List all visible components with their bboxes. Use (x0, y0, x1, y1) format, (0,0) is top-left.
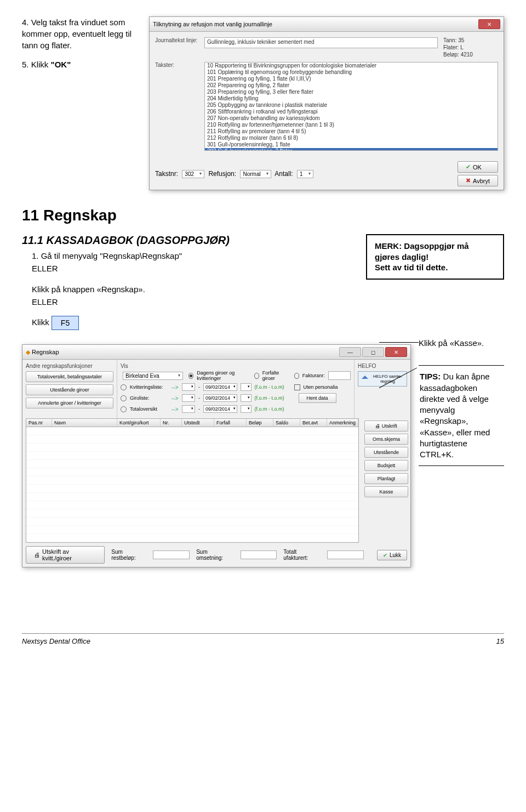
col-navn[interactable]: Navn (52, 419, 117, 427)
section-11-1-title: 11.1 KASSADAGBOK (DAGSOPPGJØR) (22, 234, 355, 247)
radio-dagens[interactable] (188, 373, 193, 379)
takster-item[interactable]: 212 Rotfylling av molarer (tann 6 til 8) (205, 135, 498, 141)
fakturanr-input[interactable] (328, 371, 351, 380)
table-body[interactable] (26, 427, 358, 542)
budsjett-button[interactable]: Budsjett (364, 460, 408, 471)
takster-item[interactable]: 301 Gull-/porselensinnlegg, 1 flate (205, 141, 498, 148)
flater-label: Flater: (443, 44, 459, 50)
uten-pers-checkbox[interactable] (294, 384, 300, 390)
col-forfall[interactable]: Forfall (214, 419, 247, 427)
takster-list[interactable]: 10 Rapportering til Bivirkningsgruppen f… (204, 62, 498, 151)
radio-kvitt[interactable] (121, 384, 127, 390)
kasse-button[interactable]: Kasse (364, 486, 408, 497)
fom-label: (f.o.m - t.o.m) (255, 384, 284, 390)
date-from[interactable] (182, 383, 196, 391)
col-pasnr[interactable]: Pas.nr (26, 419, 52, 427)
footer-left: Nextsys Dental Office (22, 637, 90, 645)
takster-item[interactable]: 10 Rapportering til Bivirkningsgruppen f… (205, 63, 498, 69)
hent-data-button[interactable]: Hent data (299, 393, 336, 403)
col-belop[interactable]: Beløp (247, 419, 273, 427)
kvitt-label: Kvitteringsliste: (130, 384, 168, 390)
ok-button[interactable]: ✔OK (458, 161, 498, 173)
date-from[interactable] (182, 394, 196, 402)
fom-label: (f.o.m - t.o.m) (255, 406, 284, 412)
helfo-button[interactable]: HELFO samle-regning (358, 371, 407, 387)
col-anm[interactable]: Anmerkning (327, 419, 358, 427)
radio-giro[interactable] (121, 395, 127, 401)
body1-num: 1. (32, 251, 39, 260)
antall-select[interactable]: 1 (297, 170, 313, 178)
takstnr-label: Takstnr: (155, 170, 178, 178)
date-from[interactable] (182, 405, 196, 413)
fom-label: (f.o.m - t.o.m) (255, 395, 284, 401)
radio-total[interactable] (121, 406, 127, 412)
totaloversikt-button[interactable]: Totaloversikt, betalingsavtaler (26, 371, 113, 382)
vis-header: Vis (121, 363, 351, 369)
step4-num: 4. (22, 18, 29, 27)
step5-num: 5. (22, 60, 29, 69)
col-kont[interactable]: Kont/giro/kort (117, 419, 161, 427)
takster-item[interactable]: 205 Oppbygging av tannkrone i plastisk m… (205, 102, 498, 109)
takstnr-select[interactable]: 302 (182, 170, 204, 178)
check-icon: ✔ (383, 552, 387, 558)
arrow-icon: --> (171, 406, 179, 412)
takster-item[interactable]: 210 Rotfylling av fortenner/hjørnetenner… (205, 122, 498, 128)
takster-label: Takster: (155, 62, 204, 68)
uten-pers-label: Uten personalia (304, 384, 338, 390)
jt-field[interactable]: Gullinnlegg, inklusiv tekniker sementert… (204, 37, 438, 48)
refusjon-select[interactable]: Normal (240, 170, 271, 178)
antall-label: Antall: (275, 170, 293, 178)
takster-item[interactable]: 211 Rotfylling av premolarer (tann 4 til… (205, 128, 498, 135)
planlagt-button[interactable]: Planlagt (364, 473, 408, 484)
step5-pre: Klikk (31, 60, 51, 69)
radio-faktura[interactable] (294, 373, 299, 379)
merk-line2: Sett av tid til dette. (375, 263, 448, 272)
takster-item[interactable]: 203 Preparering og fylling, 3 eller fler… (205, 89, 498, 95)
date-picker-icon[interactable] (241, 383, 251, 391)
lukk-button[interactable]: ✔Lukk (377, 550, 407, 560)
col-nr[interactable]: Nr. (161, 419, 182, 427)
date-to[interactable]: 09/02/2014 (203, 405, 237, 413)
col-utstedt[interactable]: Utstedt (182, 419, 214, 427)
body2-text: Klikk på knappen «Regnskap». (32, 285, 145, 294)
utskrift-button[interactable]: 🖨 Utskrift (364, 421, 408, 431)
annulerte-button[interactable]: Annulerte giroer / kvitteringer (26, 398, 113, 408)
refusjon-label: Refusjon: (208, 170, 236, 178)
merk-line1: MERK: Dagsoppgjør må gjøres daglig! (375, 241, 469, 262)
date-picker-icon[interactable] (241, 405, 251, 413)
name-select[interactable]: Birkeland Eva (123, 372, 183, 380)
arrow-icon: --> (171, 384, 179, 390)
radio-forfalte[interactable] (254, 373, 259, 379)
close-icon[interactable]: ✕ (385, 347, 407, 357)
regnskap-window: ◆ Regnskap — ◻ ✕ Andre regnskapsfunksjon… (22, 344, 411, 567)
date-to[interactable]: 09/02/2014 (203, 394, 237, 402)
takster-item-selected[interactable]: 302 Gull-/porselensinnlegg, 2 flater (205, 148, 498, 151)
minimize-icon[interactable]: — (339, 347, 361, 357)
col-saldo[interactable]: Saldo (273, 419, 300, 427)
totuf-value (327, 550, 364, 559)
date-picker-icon[interactable] (241, 394, 251, 402)
omsskjema-button[interactable]: Oms.skjema (364, 434, 408, 445)
eller-1: ELLER (32, 264, 58, 273)
left-header: Andre regnskapsfunksjoner (26, 363, 113, 369)
date-to[interactable]: 09/02/2014 (203, 383, 237, 391)
utestaende-button[interactable]: Utestående giroer (26, 384, 113, 395)
dialog-title: Tilknytning av refusjon mot vanlig journ… (153, 21, 272, 27)
belop-label: Beløp: (443, 52, 459, 58)
takster-item[interactable]: 101 Opplæring til egenomsorg og forebygg… (205, 69, 498, 76)
tips-body: Du kan åpne kassadagboken direkte ved å … (420, 372, 490, 459)
takster-item[interactable]: 207 Non-operativ behandling av kariessyk… (205, 115, 498, 122)
avbryt-button[interactable]: ✖Avbryt (458, 175, 498, 186)
takster-item[interactable]: 201 Preparering og fylling, 1 flate (kl … (205, 76, 498, 82)
sumoms-label: Sum omsetning: (196, 549, 233, 561)
takster-item[interactable]: 204 Midlertidig fylling (205, 95, 498, 102)
utskrift-kvitt-button[interactable]: 🖨Utskrift av kvitt./giroer (26, 546, 105, 564)
takster-item[interactable]: 206 Stiftforankring i rotkanal ved fylli… (205, 109, 498, 115)
col-betavt[interactable]: Bet.avt (300, 419, 327, 427)
tips-prefix: TIPS: (420, 372, 441, 381)
close-icon[interactable]: ✕ (478, 19, 500, 29)
step5-ok: "OK" (51, 60, 71, 69)
maximize-icon[interactable]: ◻ (362, 347, 384, 357)
utestaende-side-button[interactable]: Utestående (364, 447, 408, 458)
takster-item[interactable]: 202 Preparering og fylling, 2 flater (205, 82, 498, 89)
